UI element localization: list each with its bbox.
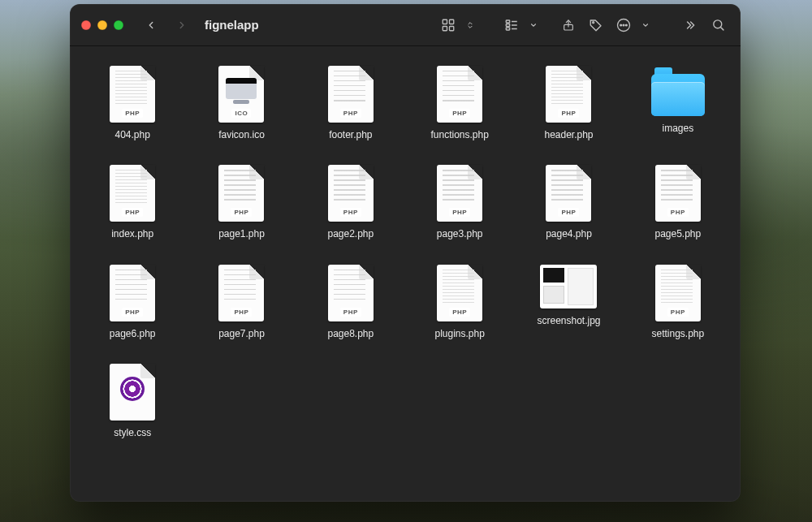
file-item[interactable]: style.css <box>88 364 177 438</box>
folder-icon <box>651 74 705 116</box>
chevron-down-icon <box>529 21 538 29</box>
file-item[interactable]: PHPplugins.php <box>415 265 504 339</box>
file-item[interactable]: PHPsettings.php <box>633 265 723 339</box>
view-icons-button[interactable] <box>437 14 460 37</box>
file-item[interactable]: PHPfunctions.php <box>415 66 504 140</box>
file-type-badge: PHP <box>449 109 470 118</box>
file-type-badge: PHP <box>231 308 253 317</box>
php-file-icon: PHP <box>218 165 264 222</box>
share-button[interactable] <box>557 14 580 37</box>
toolbar-right <box>437 14 729 37</box>
forward-button[interactable] <box>171 14 193 37</box>
file-name-label: index.php <box>111 228 153 239</box>
file-item[interactable]: PHPpage2.php <box>306 165 395 239</box>
svg-rect-2 <box>443 26 447 30</box>
file-name-label: page4.php <box>546 228 592 239</box>
file-item[interactable]: PHPpage6.php <box>88 265 177 339</box>
chevron-double-right-icon <box>684 19 697 31</box>
search-button[interactable] <box>706 14 729 37</box>
grid-icon <box>441 18 456 32</box>
image-thumbnail-icon <box>540 265 597 308</box>
file-item[interactable]: PHP404.php <box>88 66 177 140</box>
more-actions-chevron[interactable] <box>640 14 651 37</box>
svg-rect-4 <box>506 20 510 23</box>
file-name-label: functions.php <box>430 129 488 140</box>
svg-rect-0 <box>443 19 447 24</box>
file-grid: PHP404.phpICOfavicon.icoPHPfooter.phpPHP… <box>88 66 723 439</box>
window-controls <box>81 20 123 30</box>
svg-rect-3 <box>450 26 454 30</box>
svg-point-14 <box>623 24 624 26</box>
file-type-badge: ICO <box>232 109 252 118</box>
file-name-label: favicon.ico <box>218 129 265 140</box>
php-file-icon: PHP <box>110 165 155 222</box>
overflow-button[interactable] <box>679 14 702 37</box>
file-type-badge: PHP <box>449 308 470 317</box>
group-icon <box>503 18 520 32</box>
php-file-icon: PHP <box>437 66 482 123</box>
magnifier-icon <box>711 18 725 32</box>
chevron-right-icon <box>176 19 188 31</box>
file-item[interactable]: PHPpage3.php <box>415 165 504 239</box>
file-name-label: page7.php <box>218 328 265 339</box>
tags-button[interactable] <box>585 14 607 37</box>
file-item[interactable]: PHPpage1.php <box>197 165 286 239</box>
file-type-badge: PHP <box>667 308 689 317</box>
file-name-label: settings.php <box>651 328 704 339</box>
file-type-badge: PHP <box>231 208 253 217</box>
file-name-label: screenshot.jpg <box>537 315 600 326</box>
file-item[interactable]: ICOfavicon.ico <box>197 66 286 140</box>
svg-point-13 <box>620 24 622 26</box>
zoom-button[interactable] <box>114 20 123 30</box>
file-name-label: header.php <box>544 129 593 140</box>
file-type-badge: PHP <box>559 208 580 217</box>
file-item[interactable]: screenshot.jpg <box>524 265 613 339</box>
svg-line-17 <box>720 27 723 29</box>
file-item[interactable]: PHPfooter.php <box>306 66 395 140</box>
php-file-icon: PHP <box>328 66 374 123</box>
php-file-icon: PHP <box>546 165 591 222</box>
file-name-label: page2.php <box>327 228 374 239</box>
php-file-icon: PHP <box>110 66 155 123</box>
file-type-badge: PHP <box>559 109 580 118</box>
file-type-badge: PHP <box>667 208 689 217</box>
chevron-down-icon <box>641 21 650 29</box>
file-item[interactable]: images <box>633 66 723 140</box>
up-down-chevron-icon <box>466 19 474 31</box>
file-name-label: page5.php <box>654 228 701 239</box>
file-item[interactable]: PHPpage4.php <box>524 165 613 239</box>
file-item[interactable]: PHPpage8.php <box>306 265 395 339</box>
php-file-icon: PHP <box>546 66 591 123</box>
close-button[interactable] <box>81 20 91 30</box>
file-item[interactable]: PHPindex.php <box>88 165 177 239</box>
group-by-button[interactable] <box>500 14 523 37</box>
php-file-icon: PHP <box>328 265 374 321</box>
window-title: fignelapp <box>205 18 259 32</box>
file-name-label: style.css <box>114 427 151 438</box>
view-icons-chevron[interactable] <box>464 14 476 37</box>
finder-window: fignelapp <box>70 4 741 502</box>
svg-rect-1 <box>450 19 454 24</box>
minimize-button[interactable] <box>97 20 107 30</box>
file-name-label: footer.php <box>329 129 372 140</box>
back-button[interactable] <box>140 14 162 37</box>
ellipsis-circle-icon <box>615 17 632 33</box>
php-file-icon: PHP <box>437 265 482 321</box>
file-item[interactable]: PHPpage5.php <box>633 165 723 239</box>
tag-icon <box>589 18 603 32</box>
css-file-icon <box>110 364 155 421</box>
file-item[interactable]: PHPheader.php <box>524 66 613 140</box>
file-type-badge: PHP <box>122 208 143 217</box>
file-name-label: images <box>662 123 693 134</box>
file-name-label: page3.php <box>437 228 483 239</box>
file-name-label: 404.php <box>114 129 149 140</box>
file-item[interactable]: PHPpage7.php <box>197 265 286 339</box>
more-actions-button[interactable] <box>612 14 635 37</box>
ico-file-icon: ICO <box>218 66 264 123</box>
group-by-chevron[interactable] <box>528 14 539 37</box>
php-file-icon: PHP <box>437 165 482 222</box>
file-type-badge: PHP <box>340 109 361 118</box>
svg-point-11 <box>593 21 594 23</box>
titlebar: fignelapp <box>70 4 741 46</box>
chevron-left-icon <box>145 19 157 31</box>
